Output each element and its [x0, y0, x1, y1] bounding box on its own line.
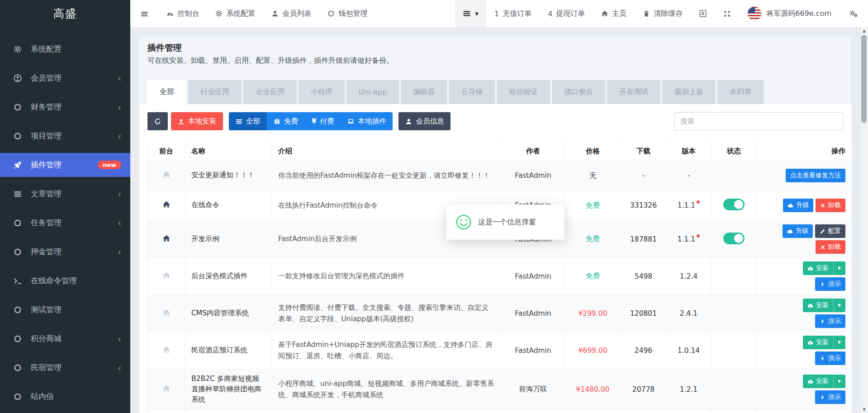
nav-system-config[interactable]: 系统配置	[207, 0, 263, 27]
nav-fullscreen-button[interactable]	[715, 0, 739, 27]
front-cell	[148, 369, 185, 410]
nav-clear-cache[interactable]: 清除缓存	[635, 0, 691, 27]
nav-withdraw-orders[interactable]: 4 提现订单	[540, 0, 593, 27]
tab-miniapp[interactable]: 小程序	[299, 80, 345, 104]
status-toggle[interactable]	[723, 233, 745, 244]
tab-cloud-storage[interactable]: 云存储	[449, 80, 495, 104]
install-caret-icon[interactable]: ▼	[833, 261, 841, 275]
home-icon	[162, 385, 171, 393]
column-header: 价格	[565, 142, 621, 161]
install-caret-icon[interactable]: ▼	[833, 299, 841, 312]
tab-all[interactable]: 全部	[147, 80, 186, 104]
sidebar-item-label: 积分商城	[31, 333, 62, 344]
tab-enterprise[interactable]: 企业应用	[243, 80, 297, 104]
install-button[interactable]: 安装▼	[803, 299, 845, 312]
tabs-dropdown-button[interactable]: ▼	[455, 0, 486, 27]
sidebar-item-task-manage[interactable]: 任务管理 ‹	[0, 211, 130, 235]
sidebar-toggle-icon[interactable]: ≡	[130, 8, 158, 19]
local-install-button[interactable]: 本地安装	[171, 112, 223, 130]
filter-free-button[interactable]: 免费	[267, 112, 305, 130]
nav-member-list[interactable]: 会员列表	[263, 0, 319, 27]
demo-button[interactable]: 演示	[815, 390, 845, 404]
uninstall-button[interactable]: ×卸载	[816, 240, 845, 254]
fix-button[interactable]: 点击查看修复方法	[786, 169, 845, 182]
sidebar-item-member-manage[interactable]: 会员管理 ‹	[0, 66, 130, 90]
nav-console[interactable]: 控制台	[158, 0, 207, 27]
install-caret-icon[interactable]: ▼	[833, 336, 841, 349]
install-button[interactable]: 安装▼	[803, 375, 845, 388]
sidebar-item-online-command[interactable]: 在线命令管理	[0, 269, 130, 293]
filter-free-label: 免费	[284, 117, 298, 126]
demo-button[interactable]: 演示	[815, 314, 845, 328]
circle-icon	[14, 132, 25, 140]
nav-label: 钱包管理	[338, 9, 367, 19]
demo-button[interactable]: 演示	[815, 351, 845, 365]
navbar-right: 1 充值订单 4 提现订单 主页 清除缓存	[486, 0, 739, 27]
tab-newest[interactable]: 最新上架	[662, 80, 716, 104]
sidebar-item-plugin-manage[interactable]: 插件管理 new	[0, 153, 130, 177]
nav-homepage[interactable]: 主页	[593, 0, 635, 27]
plugin-price: 无	[565, 161, 621, 190]
sidebar-item-points-mall[interactable]: 积分商城 ‹	[0, 327, 130, 351]
plugin-price: 免费	[565, 190, 621, 221]
upgrade-button[interactable]: 升级	[783, 224, 813, 238]
install-button[interactable]: 安装▼	[803, 336, 845, 349]
sidebar-item-article-manage[interactable]: 文章管理 ‹	[0, 182, 130, 206]
uninstall-button[interactable]: ×卸载	[816, 199, 845, 212]
settings-cogs-icon[interactable]	[840, 9, 868, 18]
tab-api[interactable]: 接口整合	[552, 80, 605, 104]
user-icon	[271, 10, 279, 17]
refresh-button[interactable]	[147, 112, 168, 130]
scroll-down-arrow[interactable]: ▼	[860, 407, 868, 412]
config-button[interactable]: 配置	[815, 224, 845, 238]
member-info-button[interactable]: 会员信息	[398, 112, 451, 130]
status-toggle[interactable]	[723, 199, 745, 210]
nav-recharge-orders[interactable]: 1 充值订单	[486, 0, 540, 27]
sidebar-item-site-message[interactable]: 站内信	[0, 385, 130, 408]
plugin-price: ¥699.00	[565, 332, 621, 369]
user-menu[interactable]: 将军源码669e.com	[739, 0, 840, 27]
expand-icon	[723, 10, 731, 18]
install-caret-icon[interactable]: ▼	[833, 375, 841, 388]
tab-editor[interactable]: 编辑器	[401, 80, 447, 104]
plugin-downloads: 5498	[621, 258, 666, 295]
nav-label: 充值订单	[503, 9, 531, 19]
plugin-intro: 一款支持修改后台管理为深色模式的插件	[272, 258, 502, 295]
cloud-down-icon	[807, 266, 813, 271]
tab-uniapp[interactable]: Uni-app	[346, 80, 399, 104]
sidebar-item-test-manage[interactable]: 测试管理	[0, 298, 130, 322]
demo-button[interactable]: 演示	[815, 277, 845, 291]
sidebar-item-finance-manage[interactable]: 财务管理 ‹	[0, 95, 130, 119]
page-subtitle: 可在线安装、卸载、禁用、启用、配置、升级插件，插件升级前请做好备份。	[147, 56, 843, 66]
sidebar-item-system-config[interactable]: 系统配置	[0, 37, 130, 61]
plugin-operations: 安装▼演示	[757, 369, 852, 410]
plugin-downloads: 20778	[621, 369, 666, 410]
sidebar-item-project-manage[interactable]: 项目管理 ‹	[0, 124, 130, 148]
nav-wallet-manage[interactable]: 钱包管理	[319, 0, 375, 27]
filter-local-button[interactable]: 本地插件	[341, 112, 393, 130]
front-cell	[148, 410, 185, 413]
cloud-down-icon	[807, 303, 813, 309]
scroll-up-arrow[interactable]: ▲	[860, 28, 868, 33]
filter-paid-button[interactable]: ¥ 付费	[305, 112, 341, 130]
plugin-status	[711, 221, 757, 258]
tab-industry[interactable]: 行业应用	[188, 80, 242, 104]
search-input[interactable]	[674, 112, 843, 130]
member-info-label: 会员信息	[416, 117, 444, 126]
top-navbar: ≡ 控制台 系统配置 会员列表 钱包管理 ▼ 1 充值订单 4 提现订单 主页 …	[130, 0, 868, 28]
plugin-operations: 升级配置×卸载	[757, 221, 852, 258]
sidebar-item-homestay-manage[interactable]: 民宿管理 ‹	[0, 356, 130, 380]
nav-language-button[interactable]	[691, 0, 715, 27]
scrollbar-thumb[interactable]	[861, 35, 867, 123]
tab-sms[interactable]: 短信验证	[497, 80, 550, 104]
upgrade-button[interactable]: 升级	[783, 199, 813, 212]
tab-uncategorized[interactable]: 未归类	[717, 80, 764, 104]
sidebar-item-deposit-manage[interactable]: 押金管理 ‹	[0, 240, 130, 264]
filter-all-button[interactable]: 全部	[229, 112, 267, 130]
username: 将军源码669e.com	[766, 9, 831, 19]
column-header: 下载	[621, 142, 666, 161]
tab-devtest[interactable]: 开发测试	[607, 80, 660, 104]
bars-icon	[14, 190, 25, 198]
column-header: 介绍	[272, 142, 502, 161]
install-button[interactable]: 安装▼	[803, 261, 845, 275]
